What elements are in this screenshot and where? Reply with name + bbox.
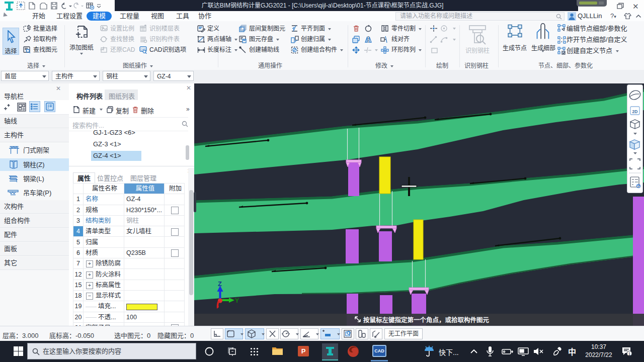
svg-text:Y: Y	[235, 297, 239, 304]
svg-text:Z: Z	[218, 280, 222, 288]
svg-text:按鼠标左键指定第一个角点，或拾取构件图元: 按鼠标左键指定第一个角点，或拾取构件图元	[363, 316, 490, 324]
svg-text:2D: 2D	[632, 109, 638, 114]
svg-text:1: 1	[628, 351, 630, 356]
